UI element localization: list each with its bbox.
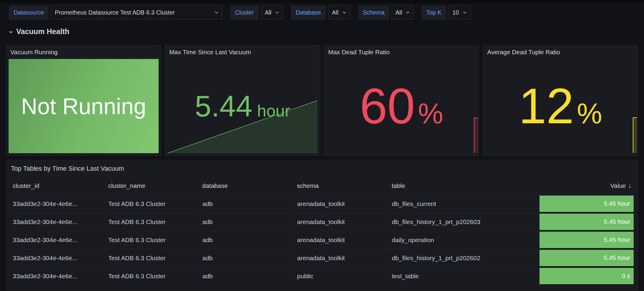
datasource-value: Prometheus Datasource Test ADB 6.3 Clust…	[55, 9, 175, 16]
stat-line: 60%	[360, 78, 443, 135]
column-header-cluster-name[interactable]: cluster_name	[106, 177, 200, 195]
table-row: 33add3e2-304e-4e6e... Test ADB 6.3 Clust…	[10, 195, 634, 213]
panel-average-dead-tuple-ratio: Average Dead Tuple Ratio 12%	[483, 45, 638, 156]
schema-label: Schema	[358, 5, 389, 20]
topk-select[interactable]: 10	[449, 5, 471, 20]
column-header-schema[interactable]: schema	[294, 177, 389, 195]
value-cell: 5.45 hour	[540, 250, 634, 266]
filter-group-datasource: Datasource Prometheus Datasource Test AD…	[9, 5, 223, 20]
column-header-table[interactable]: table	[389, 177, 540, 195]
datasource-select[interactable]: Prometheus Datasource Test ADB 6.3 Clust…	[51, 5, 223, 20]
stat-viz: 60%	[326, 59, 476, 153]
cluster-label: Cluster	[230, 5, 258, 20]
filter-group-cluster: Cluster All	[230, 5, 283, 20]
column-header-database[interactable]: database	[200, 177, 294, 195]
cluster-value: All	[265, 9, 271, 16]
value-cell: 5.45 hour	[540, 214, 634, 230]
section-row-vacuum-health[interactable]: Vacuum Health	[8, 27, 69, 36]
chevron-down-icon	[405, 10, 410, 15]
topk-value: 10	[453, 9, 459, 16]
column-header-cluster-id[interactable]: cluster_id	[10, 177, 106, 195]
stat-value: 5.44	[195, 89, 252, 123]
topk-label: Top K	[421, 5, 446, 20]
chevron-down-icon	[8, 29, 14, 35]
stat-unit: %	[577, 97, 602, 129]
panel-max-time-since-last-vacuum: Max Time Since Last Vacuum 5.44hour	[165, 45, 320, 156]
schema-value: All	[395, 9, 402, 16]
table-header-row: cluster_id cluster_name database schema …	[10, 177, 634, 195]
filter-group-database: Database All	[291, 5, 350, 20]
table-panel-title[interactable]: Top Tables by Time Since Last Vacuum	[6, 160, 638, 177]
section-title: Vacuum Health	[16, 27, 69, 36]
stat-background-fill: Not Running	[9, 59, 159, 153]
chevron-down-icon	[214, 10, 219, 15]
filter-group-topk: Top K 10	[421, 5, 471, 20]
sort-descending-icon: ↓	[628, 182, 632, 189]
database-value: All	[332, 9, 339, 16]
sparkline-bar	[474, 118, 478, 153]
panel-max-dead-tuple-ratio: Max Dead Tuple Ratio 60%	[324, 45, 479, 156]
cluster-select[interactable]: All	[261, 5, 283, 20]
table-row: 33add3e2-304e-4e6e... Test ADB 6.3 Clust…	[10, 267, 634, 285]
datasource-label: Datasource	[9, 5, 49, 20]
panel-title[interactable]: Max Time Since Last Vacuum	[165, 45, 320, 59]
table-row: 33add3e2-304e-4e6e... Test ADB 6.3 Clust…	[10, 231, 634, 249]
chevron-down-icon	[342, 10, 347, 15]
database-label: Database	[291, 5, 326, 20]
schema-select[interactable]: All	[392, 5, 414, 20]
stat-unit: %	[418, 97, 443, 129]
panel-title[interactable]: Average Dead Tuple Ratio	[483, 45, 638, 59]
stat-viz: 5.44hour	[168, 59, 318, 153]
filter-group-schema: Schema All	[358, 5, 414, 20]
stat-line: 12%	[519, 78, 602, 135]
stat-viz: Not Running	[9, 59, 159, 153]
database-select[interactable]: All	[328, 5, 350, 20]
panel-top-tables: Top Tables by Time Since Last Vacuum clu…	[6, 160, 638, 291]
table-row: 33add3e2-304e-4e6e... Test ADB 6.3 Clust…	[10, 213, 634, 231]
chevron-down-icon	[275, 10, 279, 15]
value-cell: 5.45 hour	[540, 232, 634, 248]
stat-viz: 12%	[485, 59, 635, 153]
stat-value: Not Running	[21, 93, 146, 119]
value-cell: 5.45 hour	[540, 196, 634, 212]
dashboard-filter-bar: Datasource Prometheus Datasource Test AD…	[9, 5, 471, 20]
panel-title[interactable]: Max Dead Tuple Ratio	[324, 45, 479, 59]
stat-unit: hour	[257, 101, 290, 120]
stat-line: 5.44hour	[195, 89, 290, 123]
value-cell: 0 s	[540, 268, 634, 284]
top-tables-table: cluster_id cluster_name database schema …	[10, 177, 634, 285]
stat-value: 12	[519, 78, 574, 134]
stat-value: 60	[360, 78, 415, 134]
sparkline-bar	[633, 117, 637, 153]
column-header-value[interactable]: Value↓	[540, 177, 634, 195]
panel-vacuum-running: Vacuum Running Not Running	[6, 45, 161, 156]
table-row: 33add3e2-304e-4e6e... Test ADB 6.3 Clust…	[10, 249, 634, 267]
chevron-down-icon	[463, 10, 467, 15]
panel-title[interactable]: Vacuum Running	[6, 45, 161, 59]
top-edge	[0, 0, 644, 3]
